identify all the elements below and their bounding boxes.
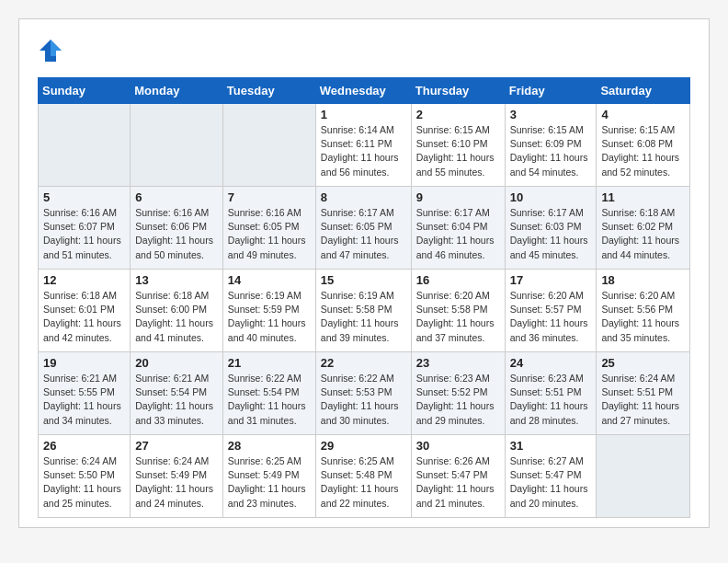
day-info: Sunrise: 6:15 AMSunset: 6:10 PMDaylight:… (416, 123, 500, 179)
day-info: Sunrise: 6:26 AMSunset: 5:47 PMDaylight:… (416, 454, 500, 511)
day-info: Sunrise: 6:21 AMSunset: 5:54 PMDaylight:… (135, 372, 218, 428)
day-number: 30 (416, 439, 500, 453)
day-number: 25 (601, 356, 685, 370)
day-number: 9 (416, 190, 500, 204)
col-header-tuesday: Tuesday (222, 78, 315, 104)
day-cell: 17Sunrise: 6:20 AMSunset: 5:57 PMDayligh… (505, 270, 597, 352)
day-number: 21 (228, 356, 311, 370)
day-cell: 22Sunrise: 6:22 AMSunset: 5:53 PMDayligh… (315, 352, 411, 435)
day-number: 23 (416, 356, 500, 370)
week-row-0: 1Sunrise: 6:14 AMSunset: 6:11 PMDaylight… (39, 104, 690, 187)
day-info: Sunrise: 6:23 AMSunset: 5:52 PMDaylight:… (416, 372, 500, 428)
day-number: 8 (321, 190, 406, 204)
day-info: Sunrise: 6:24 AMSunset: 5:50 PMDaylight:… (43, 454, 125, 511)
day-number: 15 (321, 273, 406, 287)
day-number: 3 (510, 108, 592, 121)
header-row: SundayMondayTuesdayWednesdayThursdayFrid… (39, 78, 690, 104)
svg-marker-1 (51, 40, 62, 56)
day-cell: 24Sunrise: 6:23 AMSunset: 5:51 PMDayligh… (505, 352, 597, 435)
col-header-wednesday: Wednesday (315, 78, 411, 104)
day-cell: 13Sunrise: 6:18 AMSunset: 6:00 PMDayligh… (131, 270, 223, 352)
day-cell: 12Sunrise: 6:18 AMSunset: 6:01 PMDayligh… (39, 270, 131, 352)
week-row-1: 5Sunrise: 6:16 AMSunset: 6:07 PMDaylight… (39, 187, 690, 270)
week-row-3: 19Sunrise: 6:21 AMSunset: 5:55 PMDayligh… (39, 352, 690, 435)
day-cell: 20Sunrise: 6:21 AMSunset: 5:54 PMDayligh… (131, 352, 223, 435)
day-number: 22 (321, 356, 406, 370)
day-cell: 30Sunrise: 6:26 AMSunset: 5:47 PMDayligh… (411, 435, 505, 518)
day-info: Sunrise: 6:27 AMSunset: 5:47 PMDaylight:… (510, 454, 592, 511)
day-cell: 1Sunrise: 6:14 AMSunset: 6:11 PMDaylight… (315, 104, 411, 187)
day-number: 24 (510, 356, 592, 370)
day-info: Sunrise: 6:16 AMSunset: 6:05 PMDaylight:… (228, 206, 311, 262)
day-cell (39, 104, 131, 187)
day-cell: 3Sunrise: 6:15 AMSunset: 6:09 PMDaylight… (505, 104, 597, 187)
day-info: Sunrise: 6:17 AMSunset: 6:03 PMDaylight:… (510, 206, 592, 262)
day-cell: 7Sunrise: 6:16 AMSunset: 6:05 PMDaylight… (222, 187, 315, 270)
calendar-table: SundayMondayTuesdayWednesdayThursdayFrid… (38, 77, 690, 518)
day-number: 7 (228, 190, 311, 204)
day-number: 4 (601, 108, 685, 121)
logo (38, 38, 67, 63)
day-info: Sunrise: 6:18 AMSunset: 6:00 PMDaylight:… (135, 289, 218, 345)
day-info: Sunrise: 6:16 AMSunset: 6:06 PMDaylight:… (135, 206, 218, 262)
day-cell: 31Sunrise: 6:27 AMSunset: 5:47 PMDayligh… (505, 435, 597, 518)
week-row-2: 12Sunrise: 6:18 AMSunset: 6:01 PMDayligh… (39, 270, 690, 352)
day-cell: 6Sunrise: 6:16 AMSunset: 6:06 PMDaylight… (131, 187, 223, 270)
day-cell: 8Sunrise: 6:17 AMSunset: 6:05 PMDaylight… (315, 187, 411, 270)
day-number: 1 (321, 108, 406, 121)
day-info: Sunrise: 6:24 AMSunset: 5:51 PMDaylight:… (601, 372, 685, 428)
day-cell (597, 435, 690, 518)
day-number: 19 (43, 356, 125, 370)
day-cell (222, 104, 315, 187)
week-row-4: 26Sunrise: 6:24 AMSunset: 5:50 PMDayligh… (39, 435, 690, 518)
day-number: 29 (321, 439, 406, 453)
col-header-friday: Friday (505, 78, 597, 104)
day-number: 5 (43, 190, 125, 204)
day-info: Sunrise: 6:15 AMSunset: 6:09 PMDaylight:… (510, 123, 592, 179)
day-number: 2 (416, 108, 500, 121)
day-cell: 14Sunrise: 6:19 AMSunset: 5:59 PMDayligh… (222, 270, 315, 352)
day-cell: 26Sunrise: 6:24 AMSunset: 5:50 PMDayligh… (39, 435, 131, 518)
day-info: Sunrise: 6:18 AMSunset: 6:02 PMDaylight:… (601, 206, 685, 262)
day-info: Sunrise: 6:17 AMSunset: 6:04 PMDaylight:… (416, 206, 500, 262)
col-header-monday: Monday (131, 78, 223, 104)
day-number: 12 (43, 273, 125, 287)
calendar-container: SundayMondayTuesdayWednesdayThursdayFrid… (18, 18, 710, 528)
day-info: Sunrise: 6:25 AMSunset: 5:48 PMDaylight:… (321, 454, 406, 511)
day-info: Sunrise: 6:20 AMSunset: 5:56 PMDaylight:… (601, 289, 685, 345)
logo-icon (38, 38, 63, 63)
day-info: Sunrise: 6:15 AMSunset: 6:08 PMDaylight:… (601, 123, 685, 179)
day-cell: 11Sunrise: 6:18 AMSunset: 6:02 PMDayligh… (597, 187, 690, 270)
day-info: Sunrise: 6:19 AMSunset: 5:58 PMDaylight:… (321, 289, 406, 345)
col-header-sunday: Sunday (39, 78, 131, 104)
day-info: Sunrise: 6:22 AMSunset: 5:53 PMDaylight:… (321, 372, 406, 428)
day-cell: 27Sunrise: 6:24 AMSunset: 5:49 PMDayligh… (131, 435, 223, 518)
day-info: Sunrise: 6:25 AMSunset: 5:49 PMDaylight:… (228, 454, 311, 511)
day-info: Sunrise: 6:23 AMSunset: 5:51 PMDaylight:… (510, 372, 592, 428)
day-cell: 21Sunrise: 6:22 AMSunset: 5:54 PMDayligh… (222, 352, 315, 435)
day-cell: 5Sunrise: 6:16 AMSunset: 6:07 PMDaylight… (39, 187, 131, 270)
day-number: 16 (416, 273, 500, 287)
day-number: 20 (135, 356, 218, 370)
day-number: 11 (601, 190, 685, 204)
day-cell: 4Sunrise: 6:15 AMSunset: 6:08 PMDaylight… (597, 104, 690, 187)
day-cell: 15Sunrise: 6:19 AMSunset: 5:58 PMDayligh… (315, 270, 411, 352)
calendar-tbody: 1Sunrise: 6:14 AMSunset: 6:11 PMDaylight… (39, 104, 690, 518)
day-number: 27 (135, 439, 218, 453)
day-cell: 28Sunrise: 6:25 AMSunset: 5:49 PMDayligh… (222, 435, 315, 518)
day-cell: 19Sunrise: 6:21 AMSunset: 5:55 PMDayligh… (39, 352, 131, 435)
day-info: Sunrise: 6:24 AMSunset: 5:49 PMDaylight:… (135, 454, 218, 511)
calendar-thead: SundayMondayTuesdayWednesdayThursdayFrid… (39, 78, 690, 104)
day-cell: 25Sunrise: 6:24 AMSunset: 5:51 PMDayligh… (597, 352, 690, 435)
day-cell: 2Sunrise: 6:15 AMSunset: 6:10 PMDaylight… (411, 104, 505, 187)
day-cell: 16Sunrise: 6:20 AMSunset: 5:58 PMDayligh… (411, 270, 505, 352)
day-cell: 9Sunrise: 6:17 AMSunset: 6:04 PMDaylight… (411, 187, 505, 270)
day-info: Sunrise: 6:17 AMSunset: 6:05 PMDaylight:… (321, 206, 406, 262)
day-number: 28 (228, 439, 311, 453)
calendar-header (38, 38, 690, 63)
day-cell: 18Sunrise: 6:20 AMSunset: 5:56 PMDayligh… (597, 270, 690, 352)
day-info: Sunrise: 6:20 AMSunset: 5:58 PMDaylight:… (416, 289, 500, 345)
day-cell: 10Sunrise: 6:17 AMSunset: 6:03 PMDayligh… (505, 187, 597, 270)
day-number: 13 (135, 273, 218, 287)
day-number: 31 (510, 439, 592, 453)
